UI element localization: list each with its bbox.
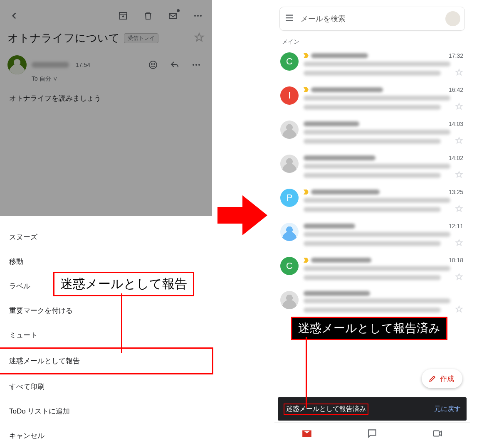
- search-bar[interactable]: メールを検索: [279, 7, 465, 31]
- sender-name-blurred: [32, 62, 69, 68]
- mail-time: 16:42: [449, 86, 463, 93]
- svg-point-8: [154, 64, 155, 64]
- sheet-print-all[interactable]: すべて印刷: [0, 374, 212, 399]
- star-icon[interactable]: [455, 204, 463, 214]
- star-icon[interactable]: [455, 68, 463, 78]
- mail-avatar[interactable]: C: [280, 52, 299, 71]
- sheet-report-spam[interactable]: 迷惑メールとして報告: [0, 347, 213, 374]
- sheet-add-todo[interactable]: ToDo リストに追加: [0, 399, 212, 423]
- sender-blurred: [304, 291, 370, 296]
- mail-avatar[interactable]: P: [280, 189, 299, 207]
- emoji-icon[interactable]: [145, 57, 161, 73]
- to-line[interactable]: To 自分 ∨: [32, 75, 212, 86]
- mail-avatar[interactable]: [280, 121, 299, 139]
- mail-time: 14:03: [449, 121, 463, 127]
- mail-time: 13:25: [449, 189, 463, 195]
- sender-avatar[interactable]: [7, 55, 27, 74]
- callout-report-spam: 迷惑メールとして報告: [53, 272, 194, 296]
- snippet-blurred: [304, 275, 441, 280]
- callout-reported: 迷惑メールとして報告済み: [291, 317, 447, 340]
- star-icon[interactable]: [455, 170, 463, 180]
- nav-mail-icon[interactable]: [301, 428, 312, 441]
- subject-blurred: [304, 266, 450, 271]
- reply-icon[interactable]: [166, 57, 183, 73]
- sheet-move[interactable]: 移動: [0, 249, 212, 274]
- star-icon[interactable]: [455, 136, 463, 146]
- sender-blurred: [304, 121, 359, 126]
- svg-point-10: [195, 64, 197, 66]
- mail-row[interactable]: P 13:25: [274, 185, 470, 219]
- mail-row[interactable]: 14:02: [274, 150, 470, 185]
- mail-avatar[interactable]: C: [280, 257, 299, 275]
- mail-avatar[interactable]: [280, 155, 299, 173]
- sheet-cancel[interactable]: キャンセル: [0, 423, 212, 448]
- bottom-nav: [274, 422, 470, 446]
- star-icon[interactable]: [455, 305, 463, 315]
- star-icon[interactable]: [455, 239, 463, 249]
- mail-list: C 17:32 I 16:42: [274, 48, 470, 319]
- mail-avatar[interactable]: [280, 291, 299, 309]
- mail-body: 10:18: [304, 257, 463, 283]
- mail-row[interactable]: C 17:32: [274, 48, 470, 82]
- snippet-blurred: [304, 241, 441, 246]
- toast-undo[interactable]: 元に戻す: [434, 405, 461, 414]
- mail-row[interactable]: [274, 287, 470, 319]
- mail-body: 14:03: [304, 121, 463, 146]
- more-icon[interactable]: [190, 7, 206, 24]
- subject-blurred: [304, 164, 450, 169]
- star-icon[interactable]: [194, 32, 205, 44]
- svg-point-7: [151, 64, 152, 64]
- snippet-blurred: [304, 105, 441, 110]
- sheet-snooze[interactable]: スヌーズ: [0, 225, 212, 249]
- mail-time: 10:18: [449, 257, 463, 263]
- subject-blurred: [304, 198, 450, 203]
- sender-blurred: [304, 224, 355, 229]
- star-icon[interactable]: [455, 273, 463, 283]
- mail-row[interactable]: C 10:18: [274, 253, 470, 287]
- mail-row[interactable]: I 16:42: [274, 82, 470, 116]
- subject-blurred: [304, 62, 450, 66]
- mail-body: 16:42: [304, 86, 463, 112]
- mail-time: 14:02: [449, 155, 463, 161]
- svg-rect-2: [169, 13, 177, 19]
- svg-rect-12: [433, 431, 439, 436]
- menu-icon[interactable]: [284, 12, 295, 25]
- snippet-blurred: [304, 207, 441, 212]
- mail-row[interactable]: 12:11: [274, 219, 470, 253]
- subject-blurred: [304, 298, 450, 303]
- mail-body: 14:02: [304, 155, 463, 180]
- compose-button[interactable]: 作成: [422, 369, 462, 388]
- message-more-icon[interactable]: [188, 57, 205, 73]
- right-screen: メールを検索 メイン C 17:32 I 16: [274, 2, 470, 446]
- sender-blurred: [311, 258, 371, 263]
- search-placeholder: メールを検索: [301, 14, 346, 24]
- sender-blurred: [311, 190, 380, 194]
- mail-avatar[interactable]: I: [280, 86, 299, 105]
- back-icon[interactable]: [6, 7, 22, 24]
- mark-unread-icon[interactable]: [165, 7, 181, 24]
- subject-blurred: [304, 130, 450, 135]
- mail-body: [304, 291, 463, 315]
- subject-row: オトナライフについて 受信トレイ: [0, 27, 212, 47]
- left-screen: オトナライフについて 受信トレイ 17:54 To 自分 ∨ オトナラ: [0, 0, 212, 448]
- mail-row[interactable]: 14:03: [274, 116, 470, 150]
- importance-icon: [304, 190, 309, 194]
- mail-avatar[interactable]: [280, 223, 299, 241]
- svg-point-4: [197, 15, 199, 17]
- main-label: メイン: [274, 34, 470, 48]
- inbox-badge[interactable]: 受信トレイ: [124, 33, 158, 43]
- pencil-icon: [428, 374, 437, 383]
- star-icon[interactable]: [455, 102, 463, 112]
- account-avatar[interactable]: [445, 11, 460, 26]
- mail-body: 17:32: [304, 52, 463, 78]
- sheet-mute[interactable]: ミュート: [0, 323, 212, 347]
- delete-icon[interactable]: [140, 7, 156, 24]
- archive-icon[interactable]: [115, 7, 131, 24]
- mail-body: 12:11: [304, 223, 463, 249]
- nav-meet-icon[interactable]: [432, 428, 443, 441]
- sheet-mark-important[interactable]: 重要マークを付ける: [0, 298, 212, 323]
- subject-blurred: [304, 232, 450, 237]
- sender-blurred: [304, 155, 375, 160]
- nav-chat-icon[interactable]: [367, 428, 378, 441]
- importance-icon: [304, 53, 309, 58]
